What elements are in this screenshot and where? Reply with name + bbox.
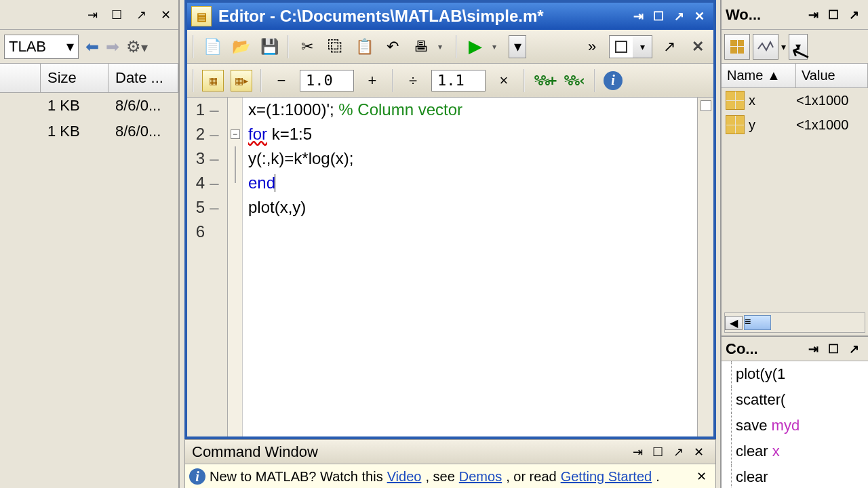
dock-icon[interactable]: ⇥ — [803, 339, 823, 359]
banner-text: New to MATLAB? Watch this — [210, 469, 383, 485]
stop-icon — [610, 36, 633, 58]
new-file-icon[interactable]: 📄 — [201, 35, 224, 58]
dock-icon[interactable]: ⇥ — [628, 6, 648, 26]
breakpoint-dash[interactable]: – — [208, 198, 221, 217]
divide-icon[interactable]: ÷ — [401, 69, 425, 92]
scroll-left-icon[interactable]: ◀ — [725, 316, 743, 330]
history-item[interactable]: save myd — [731, 413, 868, 439]
cut-icon[interactable]: ✂ — [296, 35, 319, 58]
file-date: 8/6/0... — [108, 119, 178, 144]
horizontal-scrollbar[interactable]: ◀ ≡ — [724, 312, 865, 333]
save-icon[interactable]: 💾 — [258, 35, 281, 58]
breakpoint-dash[interactable]: – — [208, 174, 221, 192]
command-history-list[interactable]: plot(y(1 scatter( save myd clear x clear — [722, 361, 868, 488]
dropdown-icon[interactable]: ▾ — [492, 42, 503, 52]
history-item[interactable]: plot(y(1 — [731, 361, 868, 387]
col-value[interactable]: Value — [796, 64, 868, 87]
close-banner-icon[interactable]: ✕ — [691, 466, 711, 487]
undock-icon[interactable]: ↗ — [668, 442, 688, 462]
variable-name: x — [749, 93, 796, 108]
text-caret — [275, 174, 275, 192]
welcome-banner: i New to MATLAB? Watch this Video , see … — [185, 464, 715, 488]
undo-icon[interactable]: ↶ — [381, 35, 404, 58]
maximize-icon[interactable]: ☐ — [648, 442, 668, 462]
insert-cell2-icon[interactable]: %%‹ — [563, 69, 586, 92]
dock-icon[interactable]: ⇥ — [803, 5, 823, 25]
run-config-dropdown[interactable]: ▾ — [509, 35, 526, 58]
video-link[interactable]: Video — [387, 469, 422, 485]
increment-field[interactable] — [300, 70, 354, 92]
plot-variable-icon[interactable] — [753, 34, 778, 60]
open-file-icon[interactable]: 📂 — [229, 35, 252, 58]
close-icon[interactable]: ✕ — [688, 442, 709, 462]
command-history-titlebar[interactable]: Co... ⇥ ☐ ↗ — [722, 337, 868, 361]
close-icon[interactable]: ✕ — [689, 6, 709, 26]
undock-icon[interactable]: ↗ — [844, 339, 864, 359]
dropdown-icon[interactable]: ▾ — [438, 42, 449, 52]
workspace-toolbar: ▾ ▾ — [722, 30, 868, 64]
print-icon[interactable]: 🖶 — [410, 35, 433, 58]
code-status-indicator[interactable] — [701, 100, 711, 111]
getting-started-link[interactable]: Getting Started — [561, 469, 652, 485]
cell-mode-combo[interactable]: ▾ — [609, 35, 652, 58]
dock-icon[interactable]: ⇥ — [82, 5, 102, 25]
code-text: k=1:5 — [267, 125, 312, 144]
new-variable-icon[interactable] — [724, 34, 750, 60]
maximize-icon[interactable]: ☐ — [823, 339, 844, 359]
scroll-thumb[interactable]: ≡ — [744, 315, 771, 330]
eval-cell-advance-icon[interactable]: ▦▸ — [231, 70, 252, 92]
history-item[interactable]: scatter( — [731, 387, 868, 413]
workspace-titlebar[interactable]: Wo... ⇥ ☐ ↗ — [722, 0, 868, 30]
editor-titlebar[interactable]: ▤ Editor - C:\Documents\MATLAB\simple.m*… — [187, 3, 713, 30]
workspace-panel: Wo... ⇥ ☐ ↗ ▾ ▾ Name ▲ Value x <1x1000 y… — [720, 0, 868, 336]
eval-cell-icon[interactable]: ▦ — [202, 70, 224, 92]
undock-icon[interactable]: ↗ — [131, 5, 151, 25]
variable-row[interactable]: x <1x1000 — [722, 88, 868, 113]
forward-icon[interactable]: ➡ — [106, 37, 119, 56]
times-icon[interactable]: × — [492, 69, 515, 92]
run-icon[interactable]: ▶ — [464, 35, 487, 58]
maximize-icon[interactable]: ☐ — [823, 5, 844, 25]
code-comment: % Column vector — [338, 100, 462, 119]
undock-icon[interactable]: ↗ — [669, 6, 689, 26]
maximize-icon[interactable]: ☐ — [106, 5, 127, 25]
col-icon[interactable] — [0, 64, 41, 92]
breakpoint-dash[interactable]: – — [208, 149, 221, 168]
dock-icon[interactable]: ⇥ — [627, 442, 648, 462]
multiply-field[interactable] — [431, 70, 486, 92]
gear-icon[interactable]: ⚙▾ — [126, 37, 148, 56]
command-history-panel: Co... ⇥ ☐ ↗ plot(y(1 scatter( save myd c… — [720, 336, 868, 488]
close-tab-icon[interactable]: ✕ — [686, 35, 709, 58]
close-icon[interactable]: ✕ — [155, 5, 176, 25]
fold-minus-icon[interactable]: − — [231, 129, 240, 139]
undock-icon[interactable]: ↗ — [658, 35, 681, 58]
folder-combo[interactable]: TLAB ▾ — [4, 35, 79, 59]
demos-link[interactable]: Demos — [459, 469, 502, 485]
code-editor[interactable]: x=(1:1000)'; % Column vector for k=1:5 y… — [243, 98, 697, 436]
breakpoint-dash[interactable]: – — [208, 125, 221, 144]
undock-icon[interactable]: ↗ — [844, 5, 864, 25]
chevron-down-icon[interactable]: ▾ — [781, 41, 786, 52]
insert-cell-icon[interactable]: %%+ — [533, 69, 556, 92]
maximize-icon[interactable]: ☐ — [648, 6, 669, 26]
plot-dropdown[interactable]: ▾ — [789, 34, 808, 60]
variable-row[interactable]: y <1x1000 — [722, 113, 868, 137]
plus-icon[interactable]: + — [361, 69, 384, 92]
command-window-titlebar[interactable]: Command Window ⇥ ☐ ↗ ✕ — [185, 440, 715, 464]
col-name[interactable]: Name ▲ — [722, 64, 796, 87]
col-size[interactable]: Size — [41, 64, 108, 92]
history-item[interactable]: clear x — [731, 439, 868, 464]
banner-text: , or read — [506, 469, 556, 485]
copy-icon[interactable]: ⿻ — [324, 35, 347, 58]
folder-combo-text: TLAB — [9, 38, 46, 56]
file-row[interactable]: 1 KB 8/6/0... — [0, 119, 178, 144]
more-icon[interactable]: » — [580, 35, 604, 58]
back-icon[interactable]: ⬅ — [85, 37, 99, 56]
breakpoint-dash[interactable]: – — [208, 100, 221, 119]
file-row[interactable]: 1 KB 8/6/0... — [0, 93, 178, 119]
history-item[interactable]: clear — [731, 464, 868, 488]
minus-icon[interactable]: − — [270, 69, 293, 92]
info-icon[interactable]: i — [604, 71, 623, 90]
paste-icon[interactable]: 📋 — [353, 35, 376, 58]
col-date[interactable]: Date ... — [108, 64, 178, 92]
